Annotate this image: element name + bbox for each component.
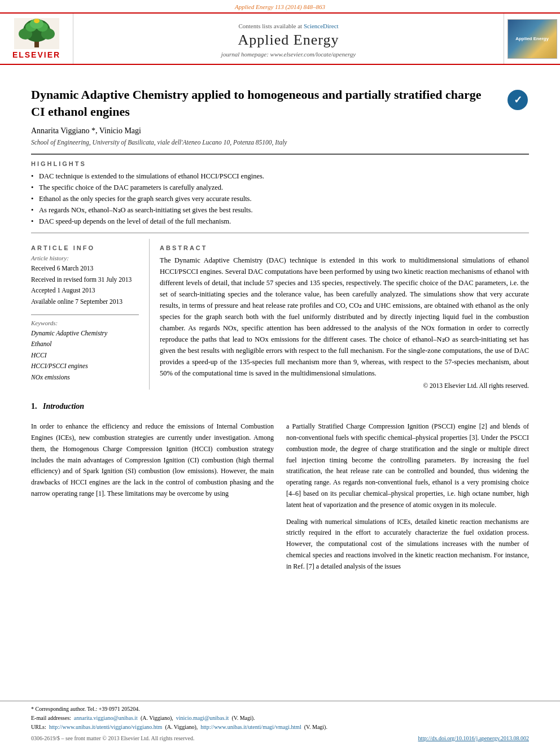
- url-magi-link[interactable]: http://www.unibas.it/utenti/magi/vmagi.h…: [200, 724, 301, 730]
- list-item: Dynamic Adaptive Chemistry: [31, 328, 139, 339]
- journal-homepage: journal homepage: www.elsevier.com/locat…: [221, 51, 356, 58]
- keywords-label: Keywords:: [31, 320, 139, 326]
- revised-date: Received in revised form 31 July 2013: [31, 274, 139, 286]
- intro-left-col: In order to enhance the efficiency and r…: [31, 421, 274, 572]
- info-divider: [31, 314, 139, 315]
- elsevier-tree-icon: [14, 18, 59, 49]
- article-history-label: Article history:: [31, 255, 139, 261]
- title-divider: [31, 154, 529, 155]
- introduction-section: 1. Introduction In order to enhance the …: [31, 402, 529, 572]
- article-info-col: ARTICLE INFO Article history: Received 6…: [31, 239, 150, 390]
- journal-header: ELSEVIER Contents lists available at Sci…: [0, 12, 560, 65]
- email-magi-link[interactable]: vinicio.magi@unibas.it: [176, 715, 229, 721]
- journal-title-area: Contents lists available at ScienceDirec…: [73, 14, 504, 64]
- abstract-col: ABSTRACT The Dynamic Adaptive Chemistry …: [150, 239, 529, 390]
- main-content: Dynamic Adaptive Chemistry applied to ho…: [0, 65, 560, 695]
- list-item: Ethanol: [31, 339, 139, 350]
- journal-reference: Applied Energy 113 (2014) 848–863: [0, 0, 560, 12]
- intro-right-text2: Dealing with numerical simulations of IC…: [286, 517, 529, 573]
- list-item: NOx emissions: [31, 372, 139, 383]
- journal-title: Applied Energy: [238, 32, 339, 49]
- list-item: DAC technique is extended to the simulat…: [31, 171, 529, 182]
- corresponding-author: * Corresponding author. Tel.: +39 0971 2…: [31, 705, 529, 714]
- issn-text: 0306-2619/$ – see front matter © 2013 El…: [31, 735, 194, 741]
- footnote-text: * Corresponding author. Tel.: +39 0971 2…: [31, 705, 529, 732]
- crossmark-badge: ✓: [506, 89, 529, 111]
- list-item: DAC speed-up depends on the level of det…: [31, 216, 529, 227]
- doi-link[interactable]: http://dx.doi.org/10.1016/j.apenergy.201…: [418, 735, 529, 741]
- contents-line: Contents lists available at ScienceDirec…: [238, 23, 338, 29]
- article-info-label: ARTICLE INFO: [31, 244, 139, 251]
- footer: * Corresponding author. Tel.: +39 0971 2…: [0, 701, 560, 747]
- highlights-divider: [31, 233, 529, 233]
- intro-heading: 1. Introduction: [31, 402, 529, 411]
- list-item: Ethanol as the only species for the grap…: [31, 193, 529, 204]
- footer-bottom: 0306-2619/$ – see front matter © 2013 El…: [31, 735, 529, 741]
- received-date: Received 6 March 2013: [31, 263, 139, 274]
- list-item: HCCI/PSCCI engines: [31, 361, 139, 372]
- article-title: Dynamic Adaptive Chemistry applied to ho…: [31, 86, 506, 120]
- abstract-label: ABSTRACT: [160, 244, 529, 251]
- list-item: The specific choice of the DAC parameter…: [31, 182, 529, 193]
- abstract-text: The Dynamic Adaptive Chemistry (DAC) tec…: [160, 255, 529, 379]
- highlights-label: HIGHLIGHTS: [31, 160, 529, 167]
- intro-right-text1: a Partially Stratified Charge Compressio…: [286, 421, 529, 510]
- email-line: E-mail addresses: annarita.viggiano@unib…: [31, 714, 529, 723]
- journal-badge: Applied Energy: [504, 14, 560, 64]
- crossmark-icon: ✓: [508, 90, 528, 110]
- article-info-abstract: ARTICLE INFO Article history: Received 6…: [31, 239, 529, 390]
- authors: Annarita Viggiano *, Vinicio Magi: [31, 126, 529, 136]
- intro-left-text: In order to enhance the efficiency and r…: [31, 421, 274, 500]
- sciencedirect-link[interactable]: ScienceDirect: [304, 23, 339, 29]
- url-viggiano-link[interactable]: http://www.unibas.it/utenti/viggiano/vig…: [49, 724, 163, 730]
- svg-point-8: [34, 19, 40, 23]
- url-line: URLs: http://www.unibas.it/utenti/viggia…: [31, 723, 529, 732]
- intro-right-col: a Partially Stratified Charge Compressio…: [286, 421, 529, 572]
- available-date: Available online 7 September 2013: [31, 296, 139, 308]
- copyright: © 2013 Elsevier Ltd. All rights reserved…: [160, 382, 529, 389]
- publisher-logo: ELSEVIER: [0, 14, 73, 64]
- intro-body: In order to enhance the efficiency and r…: [31, 421, 529, 572]
- article-title-area: Dynamic Adaptive Chemistry applied to ho…: [31, 86, 529, 120]
- list-item: HCCI: [31, 350, 139, 361]
- keywords-list: Dynamic Adaptive Chemistry Ethanol HCCI …: [31, 328, 139, 383]
- email-viggiano-link[interactable]: annarita.viggiano@unibas.it: [74, 715, 138, 721]
- highlights-list: DAC technique is extended to the simulat…: [31, 171, 529, 227]
- affiliation: School of Engineering, University of Bas…: [31, 139, 529, 146]
- list-item: As regards NOx, ethanol–N₂O as search-in…: [31, 204, 529, 216]
- accepted-date: Accepted 1 August 2013: [31, 285, 139, 296]
